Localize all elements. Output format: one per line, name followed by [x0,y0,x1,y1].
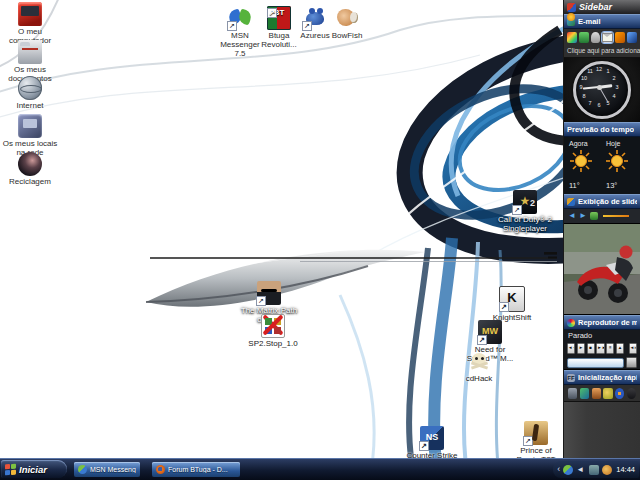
msn-tray-icon[interactable] [563,465,573,475]
weather-section-header[interactable]: Previsão do tempo [564,122,640,137]
media-seek-bar[interactable] [567,358,624,368]
slideshow-progress-bar [603,215,629,217]
mail-icon[interactable] [602,32,613,43]
media-playlist-button[interactable]: ≡ [606,343,614,354]
cloud-icon[interactable] [591,32,601,43]
slideshow-section-header[interactable]: Exibição de slides [564,194,640,209]
icon-label: cdHack [449,374,509,383]
browser-icon[interactable] [627,388,636,399]
volume-tray-icon[interactable]: ◄ [576,465,586,475]
desktop-icon-internet[interactable]: Internet [0,76,60,110]
media-volume-button[interactable]: ◄» [629,343,637,354]
icon-label: Reciclagem [0,177,60,186]
desktop-icon-network-places[interactable]: Os meus locais na rede [0,114,60,157]
clock-number: 2 [610,75,618,81]
shortcut-arrow-icon: ↗ [512,205,522,215]
clock-number: 8 [580,93,588,99]
contacts-icon[interactable] [579,32,589,43]
desktop-icon-knightshift[interactable]: K↗ KnightShift [482,286,542,322]
desktop-icon-bowfish[interactable]: BowFish [322,6,372,40]
weather-panel: Agora Hoje 11° 13° [564,137,640,194]
clock-center-cap [597,85,602,90]
shortcut-arrow-icon: ↗ [227,21,237,31]
sidebar-empty-area [564,402,640,459]
shortcut-arrow-icon: ↗ [267,8,277,18]
azureus-icon[interactable] [615,388,624,399]
emule-icon[interactable] [603,388,612,399]
email-hint[interactable]: Clique aqui para adicionar con [564,46,640,58]
clock-number: 11 [586,68,594,74]
sun-now-icon [570,150,592,172]
sun-today-icon [606,150,628,172]
envelope-glyph [602,33,613,42]
quicklaunch-icon: FF [567,374,575,382]
weather-sun-icon [567,13,575,21]
media-next-button[interactable]: ►► [596,343,604,354]
winamp-icon[interactable] [592,388,601,399]
media-player-buttons: ◄◄ ► ■ ►► ≡ ▲ ◄» [564,341,640,356]
taskbar-button-msn-messenger[interactable]: MSN Messenger [74,462,140,477]
slideshow-icon [567,198,575,206]
windows-flag-icon [5,463,16,475]
desktop-icon-cdhack[interactable]: cdHack [449,351,509,383]
task-label: Forum BTuga - D... [168,466,228,473]
quicklaunch-section-header[interactable]: FF Inicialização rápida [564,370,640,385]
media-eject-button[interactable]: ▲ [616,343,624,354]
shortcut-arrow-icon: ↗ [302,21,312,31]
shortcut-arrow-icon: ↗ [256,296,266,306]
sidebar-titlebar[interactable]: Sidebar [564,0,640,14]
sync-icon[interactable] [627,32,637,43]
slideshow-refresh-button[interactable] [590,212,598,220]
shortcut-arrow-icon: ↗ [419,441,429,451]
icon-label: Call of Duty® 2 Singleplayer [495,215,555,233]
recycle-bin-icon [18,152,42,176]
start-button[interactable]: Iniciar [1,460,67,478]
slideshow-prev-button[interactable]: ◄ [568,211,576,221]
media-icon[interactable] [580,388,589,399]
cod2-star-icon: ★2↗ [513,190,537,214]
weather-today-label: Hoje [606,140,620,147]
tray-clock[interactable]: 14:44 [616,465,635,474]
firefox-icon [156,465,165,474]
email-section-title: E-mail [578,17,601,26]
system-tray: ‹ ◄ 14:44 [553,461,639,478]
slideshow-next-button[interactable]: ► [579,211,587,221]
desktop-icon-recycle-bin[interactable]: Reciclagem [0,152,60,186]
weather-now-label: Agora [569,140,588,147]
desktop-icon-sp2-stop[interactable]: SP2.Stop_1.0 [243,314,303,348]
media-stop-button[interactable]: ■ [587,343,595,354]
taskbar-button-forum-btuga[interactable]: Forum BTuga - D... [152,462,240,477]
clock-number: 4 [610,93,618,99]
media-seek-button[interactable] [626,357,637,368]
desktop-icon-call-of-duty-2[interactable]: ★2↗ Call of Duty® 2 Singleplayer [495,190,555,233]
desktop-icon[interactable] [568,388,577,399]
msn-icon[interactable] [567,32,577,43]
display-tray-icon[interactable] [589,465,599,475]
network-places-icon [18,114,42,138]
media-player-section-header[interactable]: Reprodutor de mídi [564,315,640,330]
cod2-number: 2 [530,192,535,214]
btuga-flag-icon: BT↗ [267,6,291,30]
media-play-button[interactable]: ► [577,343,585,354]
motorcycle-photo [564,224,640,314]
email-toolbar [564,29,640,46]
send-icon[interactable] [615,32,625,43]
task-label: MSN Messenger [90,466,136,473]
desktop-icon-my-computer[interactable]: O meu computador [0,2,60,45]
tray-collapse-chevron[interactable]: ‹ [557,462,560,477]
bowfish-icon [335,6,359,30]
media-prev-button[interactable]: ◄◄ [567,343,575,354]
email-section-header[interactable]: E-mail [564,14,640,29]
skull-icon [468,351,490,373]
clock-number: 7 [586,100,594,106]
shortcut-arrow-icon: ↗ [523,436,533,446]
analog-clock: 12 1 2 3 4 5 6 7 8 9 10 11 [573,61,631,119]
slideshow-photo[interactable] [564,223,640,315]
clock-number: 3 [613,84,621,90]
clock-number: 10 [580,75,588,81]
media-player-icon [567,319,575,327]
clock-number: 6 [595,102,603,108]
emule-tray-icon[interactable] [602,465,612,475]
counter-strike-icon: NS↗ [420,426,444,450]
msn-icon [78,465,87,474]
